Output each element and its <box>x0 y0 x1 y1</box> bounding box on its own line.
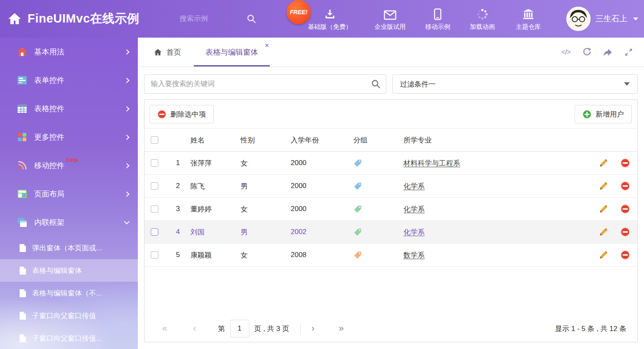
prev-page-button[interactable]: ‹ <box>193 324 196 333</box>
brand[interactable]: FineUIMvc在线示例 <box>8 0 139 38</box>
header-search-input[interactable] <box>180 15 246 23</box>
next-page-button[interactable]: › <box>312 324 314 333</box>
user-menu[interactable]: 三生石上 <box>566 0 638 38</box>
major-link[interactable]: 化学系 <box>403 228 425 236</box>
download-icon <box>324 8 336 20</box>
sidebar-subitem-child-to-parent-2[interactable]: 子窗口向父窗口传值... <box>0 327 138 349</box>
tag-icon <box>353 205 362 214</box>
row-checkbox[interactable] <box>151 159 158 167</box>
delete-selected-button[interactable]: 删除选中项 <box>150 105 214 123</box>
sidebar-subitem-grid-edit-window-2[interactable]: 表格与编辑窗体（不... <box>0 282 138 304</box>
major-link[interactable]: 材料科学与工程系 <box>403 159 460 167</box>
row-checkbox[interactable] <box>151 228 158 236</box>
search-icon[interactable] <box>246 14 256 24</box>
cell-name: 康颖颖 <box>190 250 241 260</box>
top-header: FineUIMvc在线示例 FREE! 基础版（免费） 企业版试用 <box>0 0 644 38</box>
tag-icon <box>353 251 362 260</box>
row-checkbox[interactable] <box>151 182 158 190</box>
edit-pencil-icon[interactable] <box>599 181 608 191</box>
chevron-right-icon <box>124 106 129 112</box>
tab-grid-edit-window[interactable]: 表格与编辑窗体 × <box>191 38 272 66</box>
delete-row-icon[interactable] <box>621 158 630 168</box>
table-row: 1 张萍萍 女 2000 材料科学与工程系 <box>145 152 637 175</box>
table-row: 5 康颖颖 女 2008 数学系 <box>145 244 637 267</box>
sidebar-subitem-grid-edit-window[interactable]: 表格与编辑窗体 <box>0 259 138 282</box>
grid-toolbar: 删除选中项 新增用户 <box>145 100 637 128</box>
select-all-checkbox[interactable] <box>151 136 158 144</box>
page-label: 第 <box>218 324 225 334</box>
nav-label: 加载动画 <box>470 23 495 31</box>
nav-enterprise-trial[interactable]: 企业版试用 <box>363 8 417 31</box>
cell-year: 2000 <box>291 159 353 167</box>
sidebar-subitem-child-to-parent[interactable]: 子窗口向父窗口传值 <box>0 304 138 327</box>
cell-group <box>353 251 403 260</box>
pager-divider <box>300 323 301 334</box>
avatar[interactable] <box>566 7 591 31</box>
mobile-icon <box>434 8 441 20</box>
keyword-search-input[interactable] <box>144 74 386 94</box>
column-major: 所学专业 <box>403 135 594 145</box>
keyword-search <box>144 74 386 94</box>
delete-row-icon[interactable] <box>621 227 630 237</box>
page-number-input[interactable] <box>230 320 249 337</box>
sidebar-item-basic-usage[interactable]: 基本用法 <box>0 38 138 66</box>
edit-cell <box>594 227 613 237</box>
major-link[interactable]: 数学系 <box>403 251 425 259</box>
edit-cell <box>594 181 613 191</box>
form-icon <box>17 75 28 86</box>
edit-cell <box>594 204 613 214</box>
chevron-down-icon <box>624 82 630 86</box>
file-icon <box>19 289 26 298</box>
refresh-icon[interactable] <box>582 48 591 57</box>
first-page-button[interactable]: « <box>162 324 167 333</box>
chevron-right-icon <box>124 163 129 168</box>
sidebar-subitem-popup-window[interactable]: 弹出窗体（本页面或... <box>0 237 138 259</box>
cell-year: 2000 <box>291 205 353 213</box>
cell-gender: 男 <box>241 181 291 191</box>
table-row: 3 董婷婷 女 2000 化学系 <box>145 198 637 221</box>
cell-gender: 女 <box>241 250 291 260</box>
chevron-right-icon <box>124 49 129 55</box>
chevron-down-icon <box>124 219 129 224</box>
chevron-right-icon <box>124 78 129 83</box>
tab-bar: 首页 表格与编辑窗体 × </> <box>138 38 644 67</box>
delete-row-icon[interactable] <box>621 250 630 260</box>
expand-icon[interactable] <box>624 48 633 57</box>
code-icon[interactable]: </> <box>561 48 570 57</box>
cell-gender: 女 <box>241 158 291 168</box>
nav-basic-free[interactable]: 基础版（免费） <box>303 8 357 31</box>
nav-theme-store[interactable]: 主题仓库 <box>501 8 555 31</box>
last-page-button[interactable]: » <box>339 324 344 333</box>
sidebar-item-grid-controls[interactable]: 表格控件 <box>0 94 138 123</box>
sidebar-item-page-layout[interactable]: 页面布局 <box>0 180 138 208</box>
delete-row-icon[interactable] <box>621 204 630 214</box>
cell-year: 2008 <box>291 251 353 259</box>
major-link[interactable]: 化学系 <box>403 182 425 190</box>
edit-pencil-icon[interactable] <box>599 227 608 237</box>
sidebar-item-mobile-controls[interactable]: 移动控件 Corp. <box>0 151 138 180</box>
edit-pencil-icon[interactable] <box>599 250 608 260</box>
sidebar-item-iframe[interactable]: 内联框架 <box>0 208 138 237</box>
share-icon[interactable] <box>603 48 612 57</box>
home-icon <box>8 12 22 26</box>
minus-circle-icon <box>157 110 166 119</box>
row-checkbox[interactable] <box>151 205 158 213</box>
filter-row: 过滤条件一 <box>144 74 638 94</box>
add-user-button[interactable]: 新增用户 <box>575 105 632 123</box>
major-link[interactable]: 化学系 <box>403 205 425 213</box>
content-area: 过滤条件一 删除选中项 <box>138 67 644 349</box>
delete-cell <box>613 204 637 214</box>
tab-home[interactable]: 首页 <box>144 38 191 66</box>
row-checkbox[interactable] <box>151 251 158 259</box>
search-icon[interactable] <box>371 79 381 89</box>
delete-row-icon[interactable] <box>621 181 630 191</box>
nav-label: 企业版试用 <box>375 23 406 31</box>
plus-circle-icon <box>583 110 591 119</box>
edit-pencil-icon[interactable] <box>599 158 608 168</box>
close-icon[interactable]: × <box>265 42 269 49</box>
filter-dropdown[interactable]: 过滤条件一 <box>392 74 638 94</box>
cell-name: 董婷婷 <box>190 204 241 214</box>
sidebar-item-form-controls[interactable]: 表单控件 <box>0 66 138 94</box>
edit-pencil-icon[interactable] <box>599 204 608 214</box>
sidebar-item-more-controls[interactable]: 更多控件 Corp. <box>0 123 138 151</box>
